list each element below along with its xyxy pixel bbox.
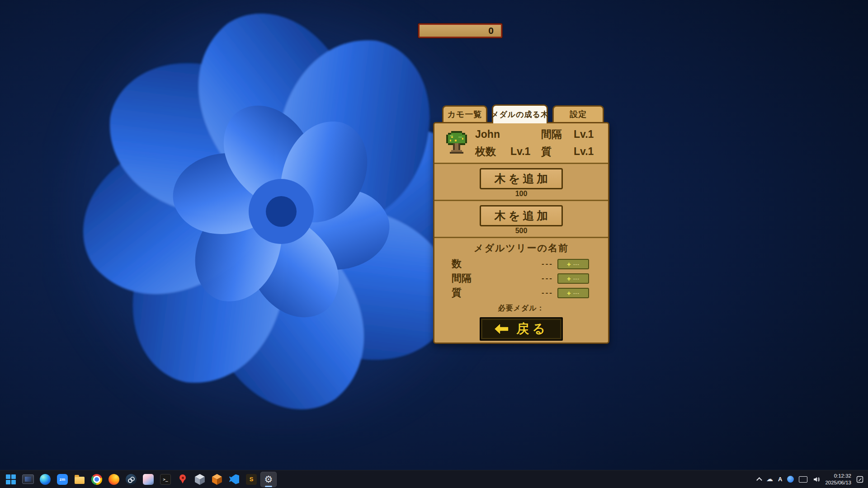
terminal-icon: >_ <box>160 474 171 485</box>
taskbar-cube-app-2[interactable] <box>209 472 225 487</box>
taskbar-s-app[interactable]: S <box>243 472 259 487</box>
taskbar: zm >_ <box>0 470 868 488</box>
taskbar-firefox[interactable] <box>106 472 122 487</box>
add-tree-100-button[interactable]: 木を追加 <box>480 168 563 189</box>
tab-label: 設定 <box>570 109 587 120</box>
stat-count-label: 枚数 <box>475 145 510 159</box>
upgrade-interval-cost: --- <box>573 276 580 281</box>
add-tree-section-500: 木を追加 500 <box>434 201 608 238</box>
upgrade-section: メダルツリーの名前 数 --- + --- 間隔 --- + --- <box>434 238 608 343</box>
ime-mode-indicator[interactable]: A <box>778 476 782 483</box>
upgrade-title: メダルツリーの名前 <box>474 242 569 254</box>
notification-pen-icon <box>856 476 863 483</box>
medal-tree-icon <box>444 130 469 156</box>
upgrade-row-interval: 間隔 --- + --- <box>434 272 608 285</box>
system-tray: ☁ A 0:12:32 2025/06/13 <box>757 473 866 486</box>
speaker-icon <box>813 476 820 483</box>
cube-app-icon-1 <box>195 474 205 485</box>
upgrade-quality-label: 質 <box>452 286 462 300</box>
upgrade-count-plus-button[interactable]: + --- <box>557 259 589 269</box>
add-tree-500-button[interactable]: 木を追加 <box>480 205 563 226</box>
add-tree-section-100: 木を追加 100 <box>434 164 608 201</box>
s-app-icon-label: S <box>250 476 254 483</box>
upgrade-quality-cost: --- <box>573 291 580 296</box>
notification-center-button[interactable] <box>856 476 863 483</box>
taskbar-terminal[interactable]: >_ <box>157 472 174 487</box>
chevron-up-icon <box>756 477 762 483</box>
monitor-icon <box>799 476 807 483</box>
stat-count-value: Lv.1 <box>510 145 541 158</box>
stat-quality-label: 質 <box>541 145 574 159</box>
chrome-icon <box>91 474 102 485</box>
s-app-icon: S <box>246 474 257 485</box>
medal-tree-panel: John 間隔 Lv.1 枚数 Lv.1 質 Lv.1 木を追加 100 木を追… <box>433 122 609 344</box>
upgrade-count-value: --- <box>542 259 553 268</box>
taskbar-file-explorer[interactable] <box>71 472 88 487</box>
firefox-icon <box>108 474 119 485</box>
steam-icon <box>126 474 137 485</box>
tree-name: John <box>475 128 510 141</box>
add-tree-100-label: 木を追加 <box>495 171 551 186</box>
taskbar-avatar-app[interactable] <box>140 472 156 487</box>
terminal-icon-label: >_ <box>163 477 168 482</box>
volume-icon-button[interactable] <box>813 476 820 483</box>
tab-label: メダルの成る木 <box>491 109 549 120</box>
upgrade-interval-plus-button[interactable]: + --- <box>557 273 589 284</box>
anime-avatar-icon <box>143 474 154 485</box>
start-button[interactable] <box>3 472 19 487</box>
upgrade-row-count: 数 --- + --- <box>434 257 608 271</box>
tab-kamo-list[interactable]: カモ一覧 <box>442 105 487 122</box>
start-icon <box>6 474 16 484</box>
map-pin-icon <box>179 474 186 484</box>
stat-interval-label: 間隔 <box>541 127 574 141</box>
settings-gear-icon: ⚙ <box>264 474 273 484</box>
taskbar-maps[interactable] <box>175 472 191 487</box>
taskbar-edge[interactable] <box>37 472 53 487</box>
taskbar-vscode[interactable] <box>226 472 242 487</box>
tab-label: カモ一覧 <box>448 109 482 120</box>
upgrade-interval-label: 間隔 <box>452 272 472 285</box>
tree-entry-row[interactable]: John 間隔 Lv.1 枚数 Lv.1 質 Lv.1 <box>434 123 608 164</box>
cube-app-icon-2 <box>212 474 222 485</box>
medal-counter-value: 0 <box>488 25 494 36</box>
upgrade-row-quality: 質 --- + --- <box>434 286 608 300</box>
taskbar-apps: zm >_ <box>3 472 277 487</box>
plus-icon: + <box>567 275 571 282</box>
stat-quality-value: Lv.1 <box>574 145 601 158</box>
taskbar-clock[interactable]: 0:12:32 2025/06/13 <box>825 473 851 486</box>
stat-interval-value: Lv.1 <box>574 128 601 141</box>
clock-time: 0:12:32 <box>834 473 851 479</box>
onedrive-cloud-icon[interactable]: ☁ <box>766 476 773 483</box>
file-explorer-icon <box>75 477 85 484</box>
plus-icon: + <box>567 290 571 296</box>
clock-date: 2025/06/13 <box>825 479 851 486</box>
upgrade-count-label: 数 <box>452 257 462 271</box>
add-tree-100-cost: 100 <box>515 190 528 198</box>
taskbar-settings[interactable]: ⚙ <box>260 472 277 487</box>
tray-app-icon[interactable] <box>787 476 794 483</box>
tab-settings[interactable]: 設定 <box>552 105 604 122</box>
blue-dot-icon <box>787 476 794 483</box>
panel-tabs: カモ一覧 メダルの成る木 設定 <box>433 104 609 122</box>
taskbar-chrome[interactable] <box>89 472 105 487</box>
taskbar-zoom[interactable]: zm <box>54 472 71 487</box>
required-medal-label: 必要メダル： <box>498 304 544 313</box>
add-tree-500-cost: 500 <box>515 227 528 235</box>
upgrade-quality-plus-button[interactable]: + --- <box>557 288 589 298</box>
back-button-label: 戻る <box>516 320 548 338</box>
upgrade-quality-value: --- <box>542 288 553 297</box>
tray-overflow-chevron[interactable] <box>757 477 761 482</box>
zoom-icon: zm <box>57 474 68 485</box>
plus-icon: + <box>567 261 571 267</box>
tab-medal-tree[interactable]: メダルの成る木 <box>492 104 548 123</box>
cast-display-icon[interactable] <box>799 476 808 483</box>
taskbar-app-window[interactable] <box>20 472 36 487</box>
add-tree-500-label: 木を追加 <box>495 208 551 223</box>
upgrade-interval-value: --- <box>542 274 553 283</box>
taskbar-steam[interactable] <box>123 472 139 487</box>
tree-entry-stats: John 間隔 Lv.1 枚数 Lv.1 質 Lv.1 <box>475 127 603 159</box>
back-button[interactable]: 戻る <box>480 317 563 341</box>
taskbar-cube-app-1[interactable] <box>192 472 208 487</box>
upgrade-count-cost: --- <box>573 262 580 267</box>
desktop: 0 カモ一覧 メダルの成る木 設定 <box>0 0 868 488</box>
